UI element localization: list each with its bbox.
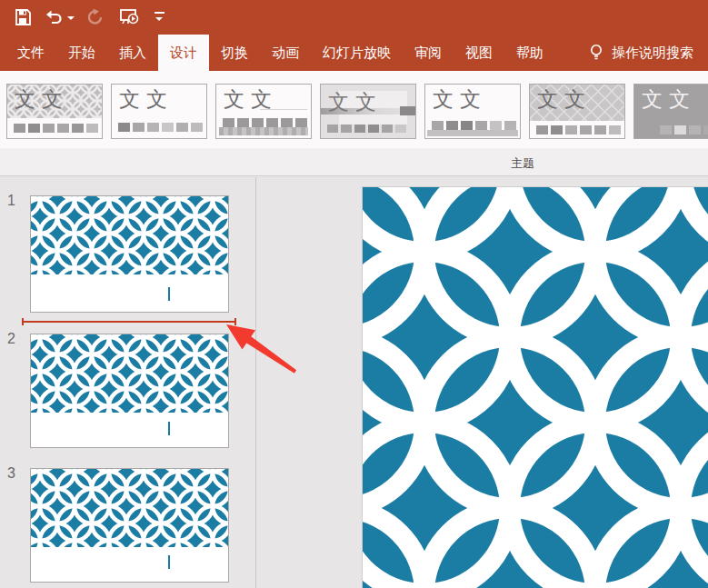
start-slideshow-button[interactable]	[118, 6, 140, 28]
slide-canvas[interactable]	[362, 186, 708, 588]
insertion-indicator-left-tick	[22, 318, 24, 325]
annotation-arrow	[209, 314, 309, 386]
title-bar	[0, 0, 708, 35]
theme-preview-text: 文文	[537, 87, 592, 111]
redo-button[interactable]	[85, 6, 107, 28]
theme-accent-block	[400, 106, 415, 115]
slide-number: 1	[7, 193, 15, 209]
theme-thumbnail-3[interactable]: 文文	[215, 84, 312, 139]
undo-dropdown-caret[interactable]	[67, 16, 75, 20]
undo-icon	[44, 7, 65, 27]
tab-transitions[interactable]: 切换	[209, 35, 260, 71]
save-button[interactable]	[13, 6, 35, 28]
tab-file[interactable]: 文件	[5, 35, 56, 71]
lightbulb-icon	[588, 43, 604, 64]
redo-icon	[85, 7, 107, 27]
tab-slideshow[interactable]: 幻灯片放映	[311, 35, 403, 71]
tab-home[interactable]: 开始	[56, 35, 107, 71]
theme-preview-text: 文文	[328, 90, 383, 114]
theme-gallery: 文文 文文 文文 文文 文文 文文	[0, 71, 708, 148]
tab-review[interactable]: 审阅	[403, 35, 454, 71]
start-slideshow-icon	[118, 6, 140, 28]
slide-thumbnail-1[interactable]	[30, 195, 229, 313]
slide-number: 2	[7, 331, 15, 347]
theme-preview-text: 文文	[642, 87, 696, 111]
theme-color-swatches	[432, 121, 516, 130]
tab-insert[interactable]: 插入	[107, 35, 158, 71]
theme-preview-text: 文文	[15, 87, 69, 111]
theme-accent-line	[260, 109, 307, 110]
tab-view[interactable]: 视图	[454, 35, 504, 71]
tell-me-search[interactable]: 操作说明搜索	[588, 35, 708, 71]
theme-color-swatches	[536, 125, 621, 135]
tab-animations[interactable]: 动画	[260, 35, 311, 71]
customize-qat-button[interactable]	[155, 17, 163, 21]
theme-thumbnail-4[interactable]: 文文	[320, 84, 416, 139]
theme-preview-text: 文文	[433, 87, 487, 111]
undo-button[interactable]	[44, 6, 65, 28]
slide-thumbnail-2[interactable]	[30, 334, 229, 448]
theme-preview-text: 文文	[119, 87, 174, 111]
theme-thumbnail-7[interactable]: 文文	[633, 84, 708, 139]
slide-thumbnail-3[interactable]	[30, 468, 229, 583]
theme-thumbnail-5[interactable]: 文文	[424, 84, 521, 139]
text-cursor-placeholder	[168, 555, 170, 569]
themes-group-label: 主题	[511, 155, 534, 172]
theme-color-swatches	[223, 118, 307, 127]
theme-footer-band	[219, 127, 308, 135]
customize-qat-icon	[155, 12, 165, 14]
ribbon-group-strip: 主题	[0, 148, 708, 176]
slide-number: 3	[7, 465, 15, 482]
slide-insertion-indicator	[23, 321, 236, 323]
text-cursor-placeholder	[168, 287, 170, 301]
theme-thumbnail-6[interactable]: 文文	[529, 84, 625, 139]
ribbon-tab-row: 文件 开始 插入 设计 切换 动画 幻灯片放映 审阅 视图 帮助 操作说明搜索	[0, 35, 708, 71]
theme-color-swatches	[14, 124, 98, 133]
theme-color-swatches	[660, 125, 708, 135]
theme-thumbnail-1-current[interactable]: 文文	[6, 84, 103, 139]
theme-preview-text: 文文	[224, 87, 278, 111]
tell-me-label: 操作说明搜索	[612, 45, 693, 62]
theme-thumbnail-2[interactable]: 文文	[111, 84, 207, 139]
tab-help[interactable]: 帮助	[504, 35, 555, 71]
workspace: 1 2 3	[0, 177, 708, 588]
text-cursor-placeholder	[168, 422, 170, 435]
save-icon	[13, 7, 35, 27]
powerpoint-window: 文件 开始 插入 设计 切换 动画 幻灯片放映 审阅 视图 帮助 操作说明搜索 …	[0, 0, 708, 588]
theme-color-swatches	[118, 123, 203, 132]
tab-design[interactable]: 设计	[158, 35, 209, 71]
theme-footer-bar	[427, 130, 518, 136]
theme-color-swatches	[327, 125, 406, 133]
